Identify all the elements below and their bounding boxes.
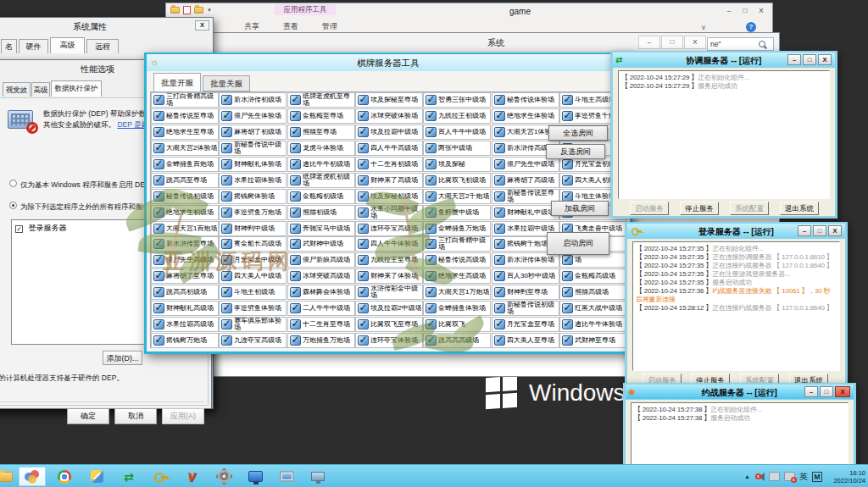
- cancel-button[interactable]: 取消: [114, 408, 157, 424]
- room-checkbox-checked-icon[interactable]: ✓: [426, 335, 437, 346]
- tab-batch-close[interactable]: 批量关服: [203, 75, 250, 91]
- room-checkbox-checked-icon[interactable]: ✓: [221, 127, 232, 137]
- tab-visual-effects[interactable]: 视觉效果: [3, 82, 31, 97]
- ime-language-indicator[interactable]: 英: [799, 471, 808, 483]
- room-cell[interactable]: ✓比翼双飞初级场: [423, 173, 491, 188]
- room-cell[interactable]: ✓财神到中级场: [219, 221, 287, 236]
- room-cell[interactable]: ✓新水浒传初级场: [219, 92, 287, 108]
- room-cell[interactable]: ✓水浒传彩金中级场: [355, 285, 423, 300]
- room-checkbox-checked-icon[interactable]: ✓: [221, 335, 232, 346]
- room-checkbox-checked-icon[interactable]: ✓: [290, 271, 301, 281]
- room-cell[interactable]: ✓九连夺宝高级场: [219, 333, 287, 348]
- tab-hardware[interactable]: 硬件: [19, 39, 48, 53]
- tab-remote[interactable]: 远程: [86, 39, 119, 53]
- room-cell[interactable]: ✓武财神中级场: [287, 236, 355, 252]
- room-checkbox-checked-icon[interactable]: ✓: [562, 319, 573, 329]
- room-checkbox-checked-icon[interactable]: ✓: [494, 175, 505, 185]
- room-cell[interactable]: ✓僵尸新娘高级场: [287, 252, 355, 268]
- room-cell[interactable]: ✓李逵劈鱼万炮场: [219, 205, 287, 220]
- room-checkbox-checked-icon[interactable]: ✓: [426, 95, 437, 105]
- room-checkbox-checked-icon[interactable]: ✓: [426, 191, 437, 202]
- room-checkbox-checked-icon[interactable]: ✓: [221, 175, 232, 185]
- room-cell[interactable]: ✓秘鲁传说初级场: [151, 189, 219, 204]
- close-button[interactable]: X: [835, 386, 850, 397]
- muted-speaker-icon[interactable]: x: [754, 473, 765, 481]
- room-checkbox-checked-icon[interactable]: ✓: [153, 287, 164, 297]
- room-checkbox-checked-icon[interactable]: ✓: [221, 191, 232, 202]
- taskbar-chrome[interactable]: [51, 467, 78, 486]
- room-cell[interactable]: ✓新秘鲁传说中级场: [219, 141, 287, 156]
- room-cell[interactable]: ✓金瓶梅高级场: [559, 268, 627, 284]
- room-checkbox-checked-icon[interactable]: ✓: [290, 255, 301, 265]
- room-cell[interactable]: ✓麻将胡了初级场: [219, 125, 287, 140]
- room-cell[interactable]: ✓水果拉霸高级场: [151, 317, 219, 332]
- document-icon[interactable]: [183, 6, 191, 14]
- taskbar-key-tool[interactable]: [147, 467, 174, 486]
- room-cell[interactable]: ✓埃及探秘: [423, 157, 491, 172]
- maximize-button[interactable]: □: [813, 225, 826, 236]
- room-checkbox-checked-icon[interactable]: ✓: [153, 303, 164, 313]
- room-cell[interactable]: ✓绝地求生至尊场: [151, 125, 219, 140]
- maximize-button[interactable]: □: [803, 54, 816, 65]
- room-checkbox-checked-icon[interactable]: ✓: [153, 224, 164, 234]
- tab-advanced[interactable]: 高级: [31, 82, 50, 97]
- room-checkbox-checked-icon[interactable]: ✓: [290, 239, 301, 249]
- room-checkbox-checked-icon[interactable]: ✓: [358, 208, 369, 218]
- ime-mode-icon[interactable]: M: [812, 472, 822, 482]
- room-checkbox-checked-icon[interactable]: ✓: [153, 95, 164, 105]
- room-checkbox-checked-icon[interactable]: ✓: [358, 319, 369, 329]
- minimize-button[interactable]: –: [798, 225, 811, 236]
- dep-radio-all-except[interactable]: 为除下列选定程序之外的所有程序和服务启用: [9, 202, 164, 213]
- maximize-button[interactable]: □: [661, 36, 683, 49]
- room-checkbox-checked-icon[interactable]: ✓: [221, 319, 232, 329]
- room-cell[interactable]: ✓僵尸先生高级场: [151, 252, 219, 268]
- room-checkbox-checked-icon[interactable]: ✓: [562, 287, 573, 297]
- system-config-button[interactable]: 系统配置: [730, 202, 769, 215]
- room-cell[interactable]: ✓四人牛牛高级场: [355, 141, 423, 156]
- room-checkbox-checked-icon[interactable]: ✓: [358, 143, 369, 153]
- room-cell[interactable]: ✓森林舞会体验场: [287, 285, 355, 300]
- room-checkbox-checked-icon[interactable]: ✓: [494, 143, 505, 153]
- close-button[interactable]: X: [828, 225, 842, 236]
- room-checkbox-checked-icon[interactable]: ✓: [494, 224, 505, 234]
- room-cell[interactable]: ✓纸牌老虎机初级场: [287, 173, 355, 188]
- room-checkbox-checked-icon[interactable]: ✓: [153, 271, 164, 281]
- room-checkbox-checked-icon[interactable]: ✓: [221, 271, 232, 281]
- room-cell[interactable]: ✓绝地求生高级场: [423, 268, 491, 284]
- coord-log[interactable]: 【 2022-10-24 15:27:29 】正在初始化组件...【 2022-…: [618, 70, 830, 199]
- room-cell[interactable]: ✓连环夺宝体验场: [355, 333, 423, 348]
- room-checkbox-checked-icon[interactable]: ✓: [562, 159, 573, 169]
- qat-dropdown-icon[interactable]: ▼: [207, 8, 212, 13]
- room-checkbox-checked-icon[interactable]: ✓: [153, 143, 164, 153]
- room-checkbox-checked-icon[interactable]: ✓: [153, 208, 164, 218]
- room-checkbox-checked-icon[interactable]: ✓: [221, 143, 232, 153]
- room-cell[interactable]: ✓财神献礼中级场: [492, 205, 559, 220]
- room-cell[interactable]: ✓财神献礼体验场: [219, 157, 287, 172]
- room-cell[interactable]: ✓四大美人中级场: [219, 268, 287, 284]
- minimize-button[interactable]: –: [804, 386, 818, 397]
- room-cell[interactable]: ✓三打白骨精高级场: [151, 92, 219, 108]
- maximize-button[interactable]: □: [737, 6, 753, 16]
- room-checkbox-checked-icon[interactable]: ✓: [221, 287, 232, 297]
- room-checkbox-checked-icon[interactable]: ✓: [494, 239, 505, 249]
- room-cell[interactable]: ✓比翼双飞至尊场: [355, 317, 423, 332]
- taskbar-source-app[interactable]: [19, 467, 46, 486]
- room-cell[interactable]: ✓通比牛牛体验场: [559, 317, 627, 332]
- add-button[interactable]: 添加(D)...: [103, 351, 142, 365]
- room-checkbox-checked-icon[interactable]: ✓: [358, 239, 369, 249]
- room-cell[interactable]: ✓绝地求生体验场: [492, 108, 559, 124]
- room-cell[interactable]: ✓奔驰宝马中级场: [287, 221, 355, 236]
- search-icon[interactable]: [759, 41, 765, 47]
- room-checkbox-checked-icon[interactable]: ✓: [494, 303, 505, 313]
- room-checkbox-checked-icon[interactable]: ✓: [358, 224, 369, 234]
- login-log[interactable]: 【 2022-10-24 15:27:35 】正在初始化组件...【 2022-…: [632, 241, 840, 371]
- maximize-button[interactable]: □: [820, 386, 833, 397]
- room-cell[interactable]: ✓万炮捕鱼万炮场: [287, 333, 355, 348]
- network-icon[interactable]: [769, 472, 780, 481]
- room-checkbox-checked-icon[interactable]: ✓: [426, 208, 437, 218]
- room-checkbox-checked-icon[interactable]: ✓: [290, 95, 301, 105]
- room-cell[interactable]: ✓新水浒传至尊场: [151, 236, 219, 252]
- room-cell[interactable]: ✓赛车俱乐部体验场: [219, 317, 287, 332]
- room-checkbox-checked-icon[interactable]: ✓: [562, 111, 573, 121]
- room-checkbox-checked-icon[interactable]: ✓: [494, 191, 505, 202]
